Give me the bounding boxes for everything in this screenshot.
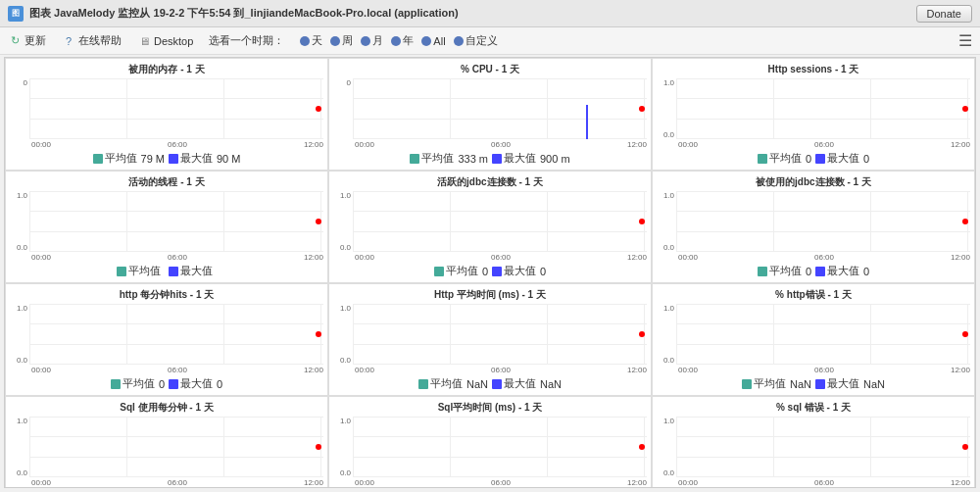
chart-wrapper: 1.00.0 [333,304,647,365]
x-axis: 00:0006:0012:00 [678,253,970,262]
x-axis: 00:0006:0012:00 [31,140,323,149]
chart-canvas [676,417,970,477]
legend-color [410,154,419,164]
cpu-spike [586,105,588,139]
chart-wrapper: 1.00.0 [657,191,970,252]
chart-legend: 平均值0最大值0 [657,151,970,166]
chart-red-dot [316,219,321,224]
legend-item: 最大值0 [169,376,222,391]
y-axis: 1.00.0 [333,417,353,477]
chart-wrapper: 1.00.0 [657,78,970,139]
chart-cell: 活动的线程 - 1 天1.00.000:0006:0012:00平均值最大值 [5,171,328,283]
chart-canvas [676,191,970,252]
legend-color [93,154,103,164]
legend-color [169,379,178,389]
chart-wrapper: 1.00.0 [657,304,970,365]
chart-canvas [353,417,647,477]
legend-item: 最大值90 M [169,151,240,166]
period-label: 选看一个时期： [209,33,284,48]
legend-color [492,379,502,389]
desktop-button[interactable]: 🖥 Desktop [137,34,193,48]
legend-item: 平均值333 m [410,151,488,166]
legend-item: 平均值0 [758,151,811,166]
chart-cell: 被使用的jdbc连接数 - 1 天1.00.000:0006:0012:00平均… [652,171,975,283]
chart-legend: 平均值79 M最大值90 M [10,151,323,166]
period-year[interactable]: 年 [391,33,414,48]
chart-red-dot [316,444,321,450]
period-all[interactable]: All [421,33,445,48]
chart-title: 活跃的jdbc连接数 - 1 天 [333,175,647,189]
legend-item: 最大值 [169,264,217,278]
period-week[interactable]: 周 [330,33,353,48]
chart-title: Http 平均时间 (ms) - 1 天 [333,288,647,302]
x-axis: 00:0006:0012:00 [678,478,970,487]
chart-title: % http错误 - 1 天 [657,288,970,302]
chart-canvas [353,304,647,365]
legend-color [418,379,428,389]
period-links: 天 周 月 年 All 自定义 [300,33,497,48]
legend-item: 平均值NaN [742,376,811,391]
chart-red-dot [316,106,321,112]
legend-item: 最大值0 [492,264,546,278]
chart-title: Sql平均时间 (ms) - 1 天 [333,401,647,415]
legend-color [742,379,752,389]
y-axis: 1.00.0 [657,191,676,252]
legend-item: 最大值NaN [815,376,885,391]
x-axis: 00:0006:0012:00 [31,478,323,487]
chart-red-dot [962,219,968,224]
chart-red-dot [962,444,968,450]
chart-red-dot [316,331,321,337]
chart-cell: Http sessions - 1 天1.00.000:0006:0012:00… [652,58,975,171]
period-custom[interactable]: 自定义 [454,33,498,48]
legend-item: 最大值0 [815,151,869,166]
chart-canvas [29,78,323,139]
chart-title: % sql 错误 - 1 天 [657,401,970,415]
chart-title: Sql 使用每分钟 - 1 天 [10,401,323,415]
chart-canvas [353,191,647,252]
legend-color [117,267,126,276]
legend-color [815,267,825,276]
refresh-button[interactable]: ↻ 更新 [8,33,46,48]
charts-grid: 被用的内存 - 1 天000:0006:0012:00平均值79 M最大值90 … [5,58,975,488]
chart-red-dot [962,106,968,112]
chart-legend: 平均值最大值 [10,264,323,278]
chart-canvas [676,78,970,139]
period-day[interactable]: 天 [300,33,322,48]
chart-legend: 平均值333 m最大值900 m [333,151,647,166]
toolbar: ↻ 更新 ? 在线帮助 🖥 Desktop 选看一个时期： 天 周 月 年 Al… [0,27,980,55]
chart-title: 活动的线程 - 1 天 [10,175,323,189]
chart-cell: http 每分钟hits - 1 天1.00.000:0006:0012:00平… [5,283,328,396]
help-icon: ? [62,34,75,48]
legend-color [111,379,121,389]
chart-title: 被使用的jdbc连接数 - 1 天 [657,175,970,189]
legend-color [758,267,767,276]
refresh-label: 更新 [24,33,46,48]
legend-color [758,154,767,164]
y-axis: 1.00.0 [10,191,29,252]
chart-red-dot [639,444,645,450]
donate-button[interactable]: Donate [916,5,972,23]
chart-canvas [29,417,323,477]
app-icon: 图 [8,6,24,22]
legend-color [492,154,502,164]
refresh-icon: ↻ [8,34,22,48]
chart-canvas [29,304,323,365]
main-content: 被用的内存 - 1 天000:0006:0012:00平均值79 M最大值90 … [4,57,976,488]
help-button[interactable]: ? 在线帮助 [62,33,122,48]
legend-item: 最大值0 [815,264,869,278]
chart-cell: % CPU - 1 天000:0006:0012:00平均值333 m最大值90… [328,58,652,171]
legend-color [492,267,502,276]
chart-legend: 平均值0最大值0 [10,376,323,391]
legend-item: 最大值900 m [492,151,570,166]
x-axis: 00:0006:0012:00 [31,366,323,374]
menu-button[interactable]: ☰ [958,31,972,50]
chart-wrapper: 0 [10,78,323,139]
legend-color [815,154,825,164]
chart-red-dot [962,331,968,337]
y-axis: 1.00.0 [10,417,29,477]
y-axis: 0 [333,78,353,139]
chart-legend: 平均值NaN最大值NaN [657,376,970,391]
legend-item: 平均值0 [111,376,165,391]
period-month[interactable]: 月 [361,33,383,48]
chart-title: http 每分钟hits - 1 天 [10,288,323,302]
